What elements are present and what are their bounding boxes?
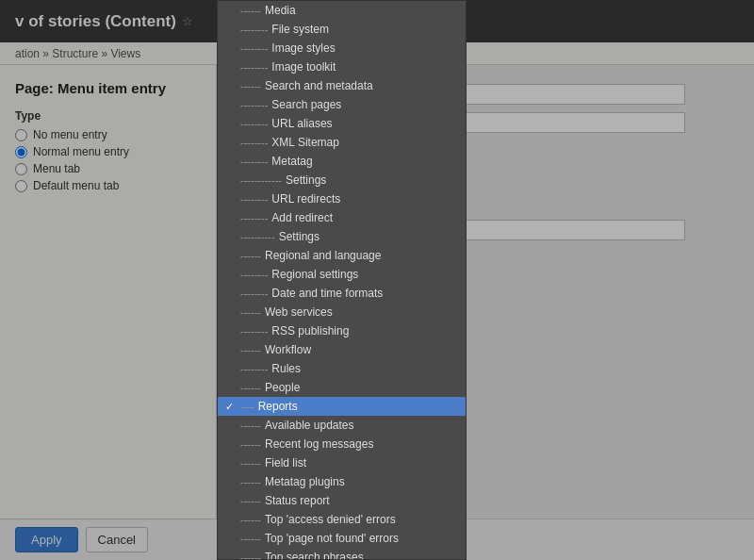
dropdown-item[interactable]: ------ Metatag plugins [218, 472, 466, 491]
dropdown-item[interactable]: -------- Regional settings [218, 265, 466, 284]
indent-dashes: ------ [240, 552, 261, 560]
dropdown-item[interactable]: -------- Image styles [218, 39, 466, 58]
dropdown-item[interactable]: -------- File system [218, 20, 466, 39]
dropdown-item[interactable]: ------ Regional and language [218, 246, 466, 265]
indent-dashes: ------ [240, 495, 261, 506]
dropdown-item[interactable]: ------ Available updates [218, 416, 466, 435]
indent-dashes: -------- [240, 42, 268, 54]
dropdown-item[interactable]: -------- Metatag [218, 152, 466, 171]
indent-dashes: ------------ [240, 174, 282, 186]
item-label: Regional and language [265, 249, 381, 262]
indent-dashes: ------ [240, 306, 261, 318]
indent-dashes: -------- [240, 269, 268, 280]
dropdown-item[interactable]: -------- Date and time formats [218, 284, 466, 303]
item-label: Top 'access denied' errors [265, 513, 396, 526]
item-label: Add redirect [271, 211, 333, 224]
item-label: URL aliases [271, 117, 332, 130]
item-label: Web services [265, 305, 333, 319]
indent-dashes: ------ [240, 5, 261, 16]
indent-dashes: -------- [240, 99, 268, 110]
indent-dashes: ---- [240, 401, 254, 412]
item-label: Metatag [271, 155, 312, 168]
dropdown-item[interactable]: -------- Add redirect [218, 208, 466, 227]
item-label: Top search phrases [265, 551, 364, 560]
dropdown-menu[interactable]: ------ Media -------- File system ------… [217, 0, 467, 560]
item-label: Settings [286, 173, 326, 187]
item-label: People [265, 381, 300, 394]
dropdown-item[interactable]: ------ Web services [218, 303, 466, 321]
indent-dashes: -------- [240, 363, 268, 374]
dropdown-item[interactable]: ------------ Settings [218, 171, 466, 189]
item-label: Field list [265, 456, 306, 469]
dropdown-item[interactable]: -------- Search pages [218, 95, 466, 114]
item-label: XML Sitemap [271, 136, 339, 149]
dropdown-item[interactable]: ------ Search and metadata [218, 76, 466, 95]
indent-dashes: ---------- [240, 231, 275, 242]
indent-dashes: ------ [240, 250, 261, 261]
dropdown-item[interactable]: -------- Image toolkit [218, 58, 466, 76]
item-label: Settings [279, 230, 320, 243]
indent-dashes: ------ [240, 457, 261, 469]
item-label: Workflow [265, 343, 311, 356]
indent-dashes: ------ [240, 476, 261, 487]
item-label: Status report [265, 494, 330, 507]
item-label: File system [271, 23, 329, 36]
dropdown-item[interactable]: -------- Rules [218, 359, 466, 378]
item-label: Regional settings [271, 268, 358, 281]
item-label: Image toolkit [271, 60, 336, 74]
indent-dashes: -------- [240, 288, 268, 299]
dropdown-item[interactable]: ------ Top 'access denied' errors [218, 510, 466, 529]
indent-dashes: -------- [240, 325, 268, 337]
item-label: Image styles [271, 41, 335, 55]
dropdown-item[interactable]: ------ Top search phrases [218, 548, 466, 560]
dropdown-item[interactable]: ------ People [218, 378, 466, 397]
item-label: Search and metadata [265, 79, 373, 92]
item-label: Top 'page not found' errors [265, 532, 399, 545]
item-label: Rules [271, 362, 301, 375]
indent-dashes: -------- [240, 193, 268, 205]
indent-dashes: ------ [240, 382, 261, 393]
indent-dashes: -------- [240, 118, 268, 129]
item-label: Media [265, 4, 296, 17]
indent-dashes: -------- [240, 137, 268, 148]
dropdown-item[interactable]: -------- URL aliases [218, 114, 466, 133]
item-label: Available updates [265, 419, 354, 432]
item-label: Date and time formats [271, 287, 383, 300]
indent-dashes: -------- [240, 212, 268, 223]
dropdown-item[interactable]: ---------- Settings [218, 227, 466, 246]
item-label: Search pages [271, 98, 341, 111]
dropdown-item[interactable]: ✓---- Reports [218, 397, 466, 416]
indent-dashes: -------- [240, 24, 268, 35]
dropdown-item[interactable]: -------- URL redirects [218, 189, 466, 208]
dropdown-item[interactable]: ------ Field list [218, 453, 466, 472]
item-label: Recent log messages [265, 437, 373, 451]
dropdown-item[interactable]: ------ Status report [218, 491, 466, 510]
indent-dashes: -------- [240, 61, 268, 73]
indent-dashes: ------ [240, 533, 261, 544]
indent-dashes: -------- [240, 156, 268, 167]
indent-dashes: ------ [240, 344, 261, 355]
dropdown-item[interactable]: ------ Media [218, 1, 466, 20]
indent-dashes: ------ [240, 80, 261, 91]
indent-dashes: ------ [240, 420, 261, 431]
check-icon: ✓ [225, 401, 240, 413]
indent-dashes: ------ [240, 514, 261, 525]
indent-dashes: ------ [240, 438, 261, 450]
dropdown-item[interactable]: -------- RSS publishing [218, 321, 466, 340]
item-label: Metatag plugins [265, 475, 345, 488]
dropdown-item[interactable]: ------ Recent log messages [218, 435, 466, 453]
dropdown-item[interactable]: -------- XML Sitemap [218, 133, 466, 152]
item-label: RSS publishing [271, 324, 349, 338]
dropdown-item[interactable]: ------ Top 'page not found' errors [218, 529, 466, 548]
item-label: URL redirects [271, 192, 340, 206]
dropdown-item[interactable]: ------ Workflow [218, 340, 466, 359]
item-label: Reports [258, 400, 298, 413]
